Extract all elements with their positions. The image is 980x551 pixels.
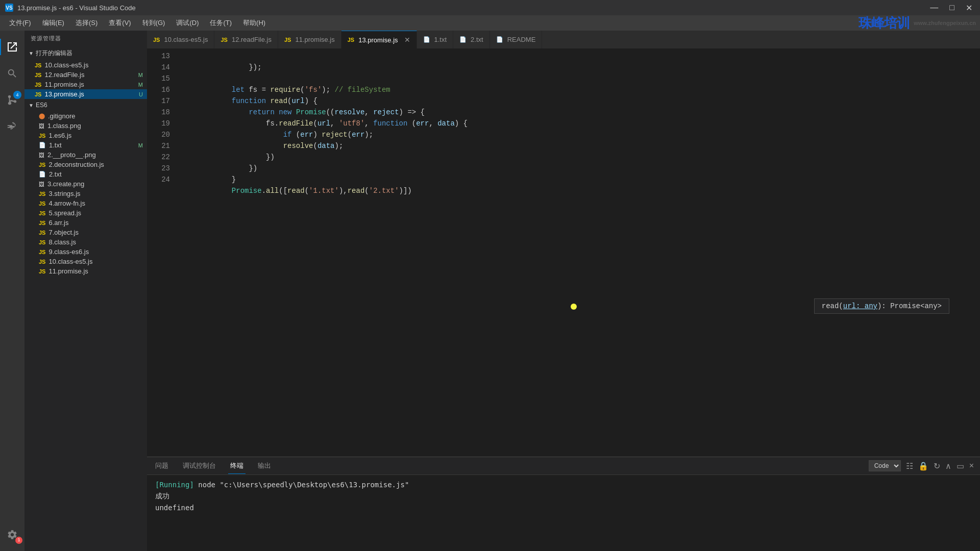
svg-rect-1 — [8, 127, 12, 128]
sidebar-header: 资源管理器 — [24, 31, 147, 46]
file-5spreadjs[interactable]: JS 5.spread.js — [29, 208, 147, 218]
gitignore-icon: ⬤ — [39, 113, 45, 119]
tab-10classes5js[interactable]: JS 10.class-es5.js — [147, 31, 214, 48]
js-icon: JS — [39, 133, 45, 139]
menu-view[interactable]: 查看(V) — [104, 16, 136, 30]
settings-icon[interactable]: 1 — [0, 522, 24, 547]
terminal-toolbar: Code ☷ 🔒 ↻ ∧ ▭ × — [869, 460, 974, 471]
png-icon: 🖼 — [39, 123, 44, 129]
file-3stringsjs[interactable]: JS 3.strings.js — [29, 189, 147, 198]
tab-txt-icon: 📄 — [459, 36, 467, 43]
js-icon: JS — [39, 259, 45, 265]
code-line-13: }); — [175, 51, 975, 62]
minimize-button[interactable]: — — [927, 3, 941, 13]
file-7objectjs[interactable]: JS 7.object.js — [29, 228, 147, 237]
terminal-line-undefined: undefined — [155, 502, 972, 513]
menu-goto[interactable]: 转到(G) — [137, 16, 170, 30]
open-editors-section[interactable]: ▼ 打开的编辑器 — [24, 46, 147, 60]
js-icon: JS — [39, 268, 45, 274]
open-editor-12readfile[interactable]: JS 12.readFile.js M — [24, 70, 147, 80]
file-2txt[interactable]: 📄 2.txt — [29, 169, 147, 179]
es6-folder[interactable]: ▼ ES6 — [24, 99, 147, 111]
main-layout: 4 1 资源管理器 ▼ 打开的编辑器 JS 10.class-es5.js JS — [0, 31, 980, 551]
tab-11promisejs[interactable]: JS 11.promise.js — [278, 31, 341, 48]
sidebar: 资源管理器 ▼ 打开的编辑器 JS 10.class-es5.js JS 12.… — [24, 31, 147, 551]
file-3createpng[interactable]: 🖼 3.create.png — [29, 179, 147, 189]
js-icon: JS — [35, 91, 41, 97]
settings-badge: 1 — [15, 537, 22, 544]
tab-close-button[interactable]: ✕ — [404, 36, 410, 44]
terminal-btn-up[interactable]: ∧ — [945, 461, 951, 471]
terminal-tab-problems[interactable]: 问题 — [153, 458, 170, 473]
code-editor[interactable]: 13 14 15 16 17 18 19 20 21 22 23 24 — [147, 48, 980, 457]
terminal-btn-grid[interactable]: ☷ — [906, 461, 913, 471]
menu-task[interactable]: 任务(T) — [205, 16, 237, 30]
tab-md-icon: 📄 — [496, 36, 503, 43]
menu-debug[interactable]: 调试(D) — [171, 16, 204, 30]
tab-12readfilejs[interactable]: JS 12.readFile.js — [214, 31, 278, 48]
tooltip-fn: read(url: any): Promise<any> — [822, 302, 942, 310]
source-control-badge: 4 — [13, 91, 21, 99]
terminal-dropdown[interactable]: Code — [869, 460, 901, 471]
file-1txt[interactable]: 📄 1.txt M — [29, 140, 147, 150]
tab-1txt[interactable]: 📄 1.txt — [417, 31, 454, 48]
file-1es6js[interactable]: JS 1.es6.js — [29, 131, 147, 140]
file-gitignore[interactable]: ⬤ .gitignore — [29, 111, 147, 121]
menu-file[interactable]: 文件(F) — [4, 16, 36, 30]
title-bar: VS 13.promise.js - es6 - Visual Studio C… — [0, 0, 980, 15]
running-command: node "c:\Users\speedly\Desktop\es6\13.pr… — [198, 481, 409, 489]
tab-readme[interactable]: 📄 README — [490, 31, 543, 48]
file-10classes5js[interactable]: JS 10.class-es5.js — [29, 257, 147, 266]
terminal-tab-output[interactable]: 输出 — [256, 458, 273, 473]
code-line-22: }) — [175, 152, 975, 163]
file-6arrjs[interactable]: JS 6.arr.js — [29, 218, 147, 228]
terminal-tab-terminal[interactable]: 终端 — [228, 458, 246, 474]
code-line-15: let fs = require('fs'); // fileSystem — [175, 73, 975, 84]
terminal-btn-refresh[interactable]: ↻ — [934, 461, 940, 471]
txt-icon: 📄 — [39, 171, 46, 178]
open-editor-10class[interactable]: JS 10.class-es5.js — [24, 60, 147, 70]
terminal-btn-close[interactable]: × — [969, 461, 974, 470]
explorer-icon[interactable] — [0, 35, 24, 59]
file-11promisejs[interactable]: JS 11.promise.js — [29, 266, 147, 276]
menu-select[interactable]: 选择(S) — [70, 16, 103, 30]
js-icon: JS — [35, 62, 41, 68]
menu-edit[interactable]: 编辑(E) — [37, 16, 69, 30]
js-icon: JS — [39, 239, 45, 245]
open-editor-13promise[interactable]: JS 13.promise.js U — [24, 89, 147, 99]
file-2protopng[interactable]: 🖼 2.__proto__.png — [29, 150, 147, 160]
file-2deconstructionjs[interactable]: JS 2.deconstruction.js — [29, 160, 147, 169]
cursor-dot — [571, 304, 577, 310]
code-line-24: Promise.all([read('1.txt'),read('2.txt')… — [175, 174, 975, 185]
source-control-icon[interactable]: 4 — [0, 88, 24, 112]
maximize-button[interactable]: □ — [947, 3, 957, 13]
code-line-23: } — [175, 163, 975, 174]
open-editor-11promise[interactable]: JS 11.promise.js M — [24, 80, 147, 89]
terminal-tab-debug[interactable]: 调试控制台 — [181, 458, 218, 473]
tab-13promisejs[interactable]: JS 13.promise.js ✕ — [341, 31, 417, 48]
vertical-scrollbar[interactable] — [975, 48, 980, 457]
extensions-icon[interactable] — [0, 114, 24, 139]
tab-js-icon: JS — [284, 37, 291, 43]
js-icon: JS — [39, 220, 45, 226]
js-icon: JS — [39, 230, 45, 236]
open-editors-list: JS 10.class-es5.js JS 12.readFile.js M J… — [24, 60, 147, 99]
terminal-content: [Running] node "c:\Users\speedly\Desktop… — [147, 475, 980, 551]
menu-help[interactable]: 帮助(H) — [238, 16, 271, 30]
file-9classes6js[interactable]: JS 9.class-es6.js — [29, 247, 147, 257]
terminal-btn-expand[interactable]: ▭ — [957, 461, 964, 471]
tab-2txt[interactable]: 📄 2.txt — [453, 31, 490, 48]
tab-txt-icon: 📄 — [423, 36, 430, 43]
file-1classpng[interactable]: 🖼 1.class.png — [29, 121, 147, 131]
file-8classjs[interactable]: JS 8.class.js — [29, 237, 147, 247]
app-icon: VS — [5, 4, 13, 12]
terminal-btn-lock[interactable]: 🔒 — [918, 461, 928, 471]
tabs-bar: JS 10.class-es5.js JS 12.readFile.js JS … — [147, 31, 980, 48]
code-content[interactable]: }); let fs = require('fs'); // fileSyste… — [175, 48, 975, 457]
editor-terminal-container: 13 14 15 16 17 18 19 20 21 22 23 24 — [147, 48, 980, 551]
search-icon[interactable] — [0, 61, 24, 86]
editor-area: JS 10.class-es5.js JS 12.readFile.js JS … — [147, 31, 980, 551]
close-button[interactable]: ✕ — [963, 3, 975, 13]
window-controls[interactable]: — □ ✕ — [927, 3, 975, 13]
file-4arrowfnjs[interactable]: JS 4.arrow-fn.js — [29, 198, 147, 208]
